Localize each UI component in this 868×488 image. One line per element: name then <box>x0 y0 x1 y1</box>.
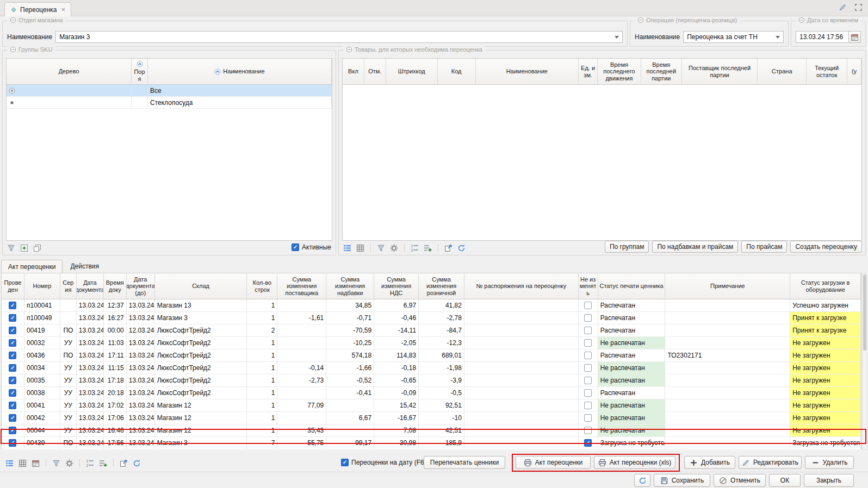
no-change-checkbox[interactable] <box>584 302 592 309</box>
no-change-checkbox[interactable] <box>584 327 592 334</box>
posted-checkbox[interactable] <box>9 414 16 422</box>
store-name-input[interactable]: Магазин 3 <box>55 31 623 43</box>
collapse-icon[interactable] <box>346 46 352 53</box>
cell-sum_markup[interactable]: 6,67 <box>326 412 374 424</box>
acts-column-header[interactable]: Кол-во строк <box>247 273 277 299</box>
cell-series[interactable] <box>60 299 77 311</box>
cell-sum_retail[interactable]: 92,51 <box>419 399 464 411</box>
collapse-icon[interactable] <box>798 17 805 23</box>
cell-series[interactable]: ПО <box>60 324 77 336</box>
acts-table-row[interactable]: 00032УУ13.03.2411:0313.03.24ЛюксСофтТрей… <box>2 337 861 349</box>
by-prices-button[interactable]: По прайсам <box>741 241 787 253</box>
cell-no_change[interactable] <box>579 349 598 361</box>
cell-number[interactable]: 00044 <box>24 424 60 436</box>
cell-series[interactable]: УУ <box>60 337 77 349</box>
products-column-header[interactable]: Ед. изм. <box>579 59 598 84</box>
cell-doc_time[interactable]: 17:11 <box>104 349 127 361</box>
table-view-icon[interactable] <box>18 459 27 467</box>
cell-warehouse[interactable]: Магазин 13 <box>155 299 247 311</box>
cell-lines[interactable]: 1 <box>247 399 277 411</box>
refresh-icon[interactable] <box>457 244 466 252</box>
cell-no_change[interactable] <box>579 387 598 399</box>
sku-tree-row[interactable]: Все <box>7 85 332 97</box>
cell-warehouse[interactable]: Магазин 12 <box>155 399 247 411</box>
close-button[interactable]: Закрыть <box>804 474 854 487</box>
cell-sum_vat[interactable]: -0,46 <box>374 312 419 324</box>
posted-checkbox[interactable] <box>9 364 16 372</box>
cell-load_status[interactable]: Успешно загружен <box>790 299 861 311</box>
cell-sum_markup[interactable]: 574,18 <box>326 349 374 361</box>
no-change-checkbox[interactable] <box>584 439 592 447</box>
collapse-icon[interactable] <box>637 17 644 23</box>
cell-order_no[interactable] <box>464 349 579 361</box>
collapse-icon[interactable] <box>10 46 16 53</box>
cell-sum_retail[interactable]: -3,9 <box>419 374 464 386</box>
cell-sum_markup[interactable] <box>326 399 374 411</box>
settings-icon[interactable] <box>65 459 73 467</box>
cell-doc_time[interactable]: 17:02 <box>104 399 127 411</box>
cell-sum_vat[interactable]: 6,97 <box>374 299 419 311</box>
filter-icon[interactable] <box>52 459 60 467</box>
cell-series[interactable]: УУ <box>60 362 77 374</box>
cell-sum_supplier[interactable]: 77,09 <box>277 399 326 411</box>
column-header-name[interactable]: Наименование <box>148 59 332 84</box>
cancel-button[interactable]: Отменить <box>714 474 766 487</box>
posted-checkbox[interactable] <box>9 377 16 384</box>
cell-note[interactable] <box>665 312 790 324</box>
cell-doc_time[interactable]: 11:03 <box>104 337 127 349</box>
cell-doc_date[interactable]: 13.03.24 <box>77 387 104 399</box>
cell-sum_supplier[interactable] <box>277 324 326 336</box>
cell-doc_time[interactable]: 17:06 <box>104 412 127 424</box>
cell-print_status[interactable]: Распечатан <box>598 299 666 311</box>
cell-posted[interactable] <box>2 349 24 361</box>
cell-posted[interactable] <box>2 399 24 411</box>
cell-no_change[interactable] <box>579 337 598 349</box>
cell-doc_time[interactable]: 16:27 <box>104 312 127 324</box>
posted-checkbox[interactable] <box>9 302 16 309</box>
list-view-icon[interactable] <box>5 459 14 467</box>
cell-order_no[interactable] <box>464 412 579 424</box>
cell-load_status[interactable]: Принят к загрузке <box>790 312 861 324</box>
cell-sum_retail[interactable]: -10 <box>419 412 464 424</box>
cell-note[interactable] <box>665 299 790 311</box>
cell-posted[interactable] <box>2 312 24 324</box>
cell-doc_date_to[interactable]: 13.03.24 <box>127 312 155 324</box>
cell-sum_supplier[interactable] <box>277 299 326 311</box>
cell-warehouse[interactable]: Магазин 12 <box>155 412 247 424</box>
cell-order_no[interactable] <box>464 437 579 449</box>
cell-load_status[interactable]: Не загружен <box>790 387 861 399</box>
export-icon[interactable] <box>444 244 452 252</box>
acts-table-row[interactable]: 00439ПО13.03.2417:5613.03.24Магазин 37-5… <box>2 437 861 449</box>
acts-table-row[interactable]: п10004913.03.2416:2713.03.24Магазин 31-1… <box>2 312 861 324</box>
cell-number[interactable]: п100041 <box>24 299 60 311</box>
cell-order[interactable] <box>132 97 148 108</box>
by-markups-prices-button[interactable]: По надбавкам и прайсам <box>652 241 738 253</box>
cell-lines[interactable]: 1 <box>247 337 277 349</box>
cell-sum_retail[interactable]: 42,51 <box>419 424 464 436</box>
cell-posted[interactable] <box>2 324 24 336</box>
cell-doc_date_to[interactable]: 13.03.24 <box>127 299 155 311</box>
reval-date-filter[interactable]: Переоценки на дату (F6) <box>341 459 426 466</box>
cell-no_change[interactable] <box>579 362 598 374</box>
cell-note[interactable] <box>665 412 790 424</box>
cell-doc_date[interactable]: 13.03.24 <box>77 299 104 311</box>
cell-order_no[interactable] <box>464 424 579 436</box>
products-column-header[interactable]: Отм. <box>364 59 386 84</box>
cell-sum_vat[interactable]: -0,65 <box>374 374 419 386</box>
edit-icon[interactable] <box>839 3 847 11</box>
cell-load_status[interactable]: Не загружен <box>790 374 861 386</box>
acts-column-header[interactable]: Не изменять <box>579 273 598 299</box>
posted-checkbox[interactable] <box>9 389 16 397</box>
cell-lines[interactable]: 1 <box>247 362 277 374</box>
active-filter[interactable]: Активные <box>292 243 331 251</box>
reprint-price-tags-button[interactable]: Перепечатать ценники <box>424 456 505 469</box>
cell-sum_supplier[interactable]: 35,43 <box>277 424 326 436</box>
cell-note[interactable] <box>665 337 790 349</box>
cell-sum_vat[interactable]: 15,42 <box>374 399 419 411</box>
acts-column-header[interactable]: Проведен <box>2 273 24 299</box>
cell-number[interactable]: 00041 <box>24 399 60 411</box>
column-header-order[interactable]: Поря <box>132 59 148 84</box>
cell-sum_supplier[interactable] <box>277 412 326 424</box>
cell-warehouse[interactable]: ЛюксСофтТрейд2 <box>155 374 247 386</box>
acts-table-row[interactable]: 00038УУ13.03.2420:1813.03.24ЛюксСофтТрей… <box>2 387 861 399</box>
